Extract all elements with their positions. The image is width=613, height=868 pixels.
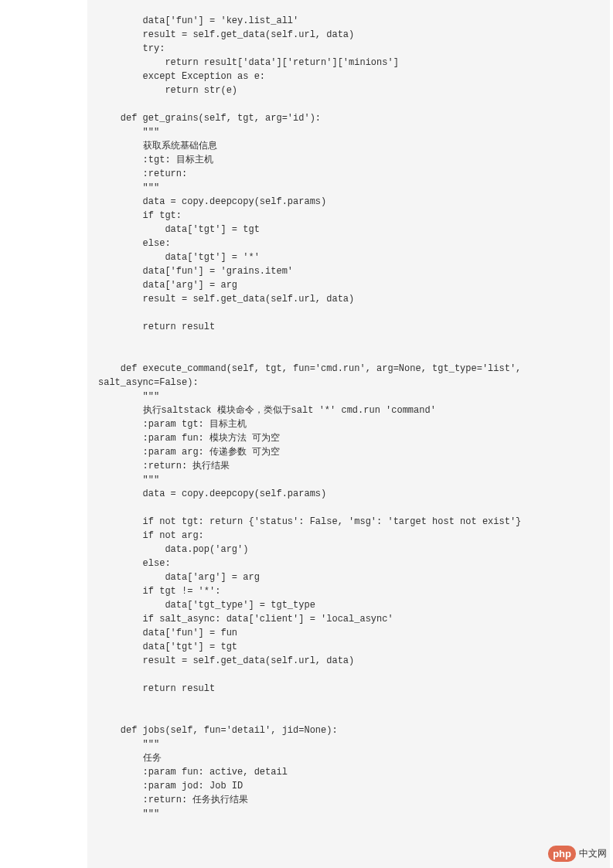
site-logo-floating[interactable]: php 中文网 bbox=[548, 846, 607, 862]
code-container: data['fun'] = 'key.list_all' result = se… bbox=[87, 0, 610, 868]
logo-badge: php bbox=[548, 846, 576, 862]
code-block: data['fun'] = 'key.list_all' result = se… bbox=[98, 14, 599, 821]
logo-text: 中文网 bbox=[579, 847, 607, 860]
